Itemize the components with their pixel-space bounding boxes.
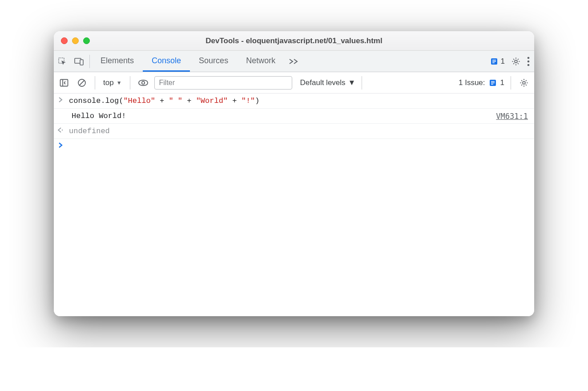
main-tabbar: Elements Console Sources Network 1	[54, 51, 534, 72]
svg-point-6	[528, 60, 530, 62]
prompt-chevron-icon	[54, 139, 67, 148]
execution-context-select[interactable]: top ▼	[101, 78, 124, 87]
issues-count: 1	[500, 78, 504, 87]
console-input-row: console.log("Hello" + " " + "World" + "!…	[54, 94, 534, 109]
issue-icon	[490, 57, 498, 65]
divider	[130, 76, 130, 90]
divider	[95, 76, 95, 90]
svg-rect-2	[80, 60, 83, 65]
filter-input[interactable]	[154, 76, 292, 90]
console-toolbar: top ▼ Default levels ▼ 1 Issue: 1	[54, 72, 534, 94]
titlebar[interactable]: DevTools - eloquentjavascript.net/01_val…	[54, 31, 534, 51]
devtools-window: DevTools - eloquentjavascript.net/01_val…	[54, 31, 534, 316]
svg-point-7	[528, 64, 530, 66]
clear-console-icon[interactable]	[75, 76, 89, 90]
console-output-area[interactable]: console.log("Hello" + " " + "World" + "!…	[54, 94, 534, 316]
log-levels-select[interactable]: Default levels ▼	[297, 78, 356, 87]
toggle-sidebar-icon[interactable]	[57, 76, 71, 90]
console-log-row: Hello World! VM631:1	[54, 109, 534, 124]
minimize-window-button[interactable]	[72, 37, 79, 44]
issues-label: 1 Issue:	[459, 78, 485, 87]
svg-point-4	[515, 60, 517, 63]
console-return-value[interactable]: undefined	[67, 124, 534, 138]
more-options-icon[interactable]	[527, 57, 530, 66]
console-prompt-row[interactable]	[54, 139, 534, 154]
tab-sources[interactable]: Sources	[190, 51, 237, 72]
divider	[511, 76, 511, 90]
console-return-row: undefined	[54, 124, 534, 139]
input-chevron-icon	[54, 94, 67, 103]
issues-count: 1	[501, 57, 505, 66]
close-window-button[interactable]	[61, 37, 68, 44]
context-label: top	[103, 78, 114, 87]
svg-point-14	[523, 81, 525, 84]
divider	[89, 55, 90, 68]
console-prompt-input[interactable]	[67, 139, 534, 145]
maximize-window-button[interactable]	[83, 37, 90, 44]
tab-network[interactable]: Network	[237, 51, 284, 72]
issues-link[interactable]: 1 Issue: 1	[459, 78, 504, 87]
device-toolbar-icon[interactable]	[71, 57, 88, 66]
return-arrow-icon	[54, 124, 67, 133]
tab-console[interactable]: Console	[143, 51, 190, 72]
levels-label: Default levels	[300, 78, 346, 87]
window-title: DevTools - eloquentjavascript.net/01_val…	[54, 37, 534, 45]
svg-line-11	[80, 80, 85, 85]
more-tabs-button[interactable]	[284, 51, 303, 72]
console-log-source-link[interactable]: VM631:1	[496, 109, 534, 121]
console-log-message[interactable]: Hello World!	[54, 109, 496, 123]
console-settings-icon[interactable]	[517, 76, 531, 90]
settings-icon[interactable]	[511, 57, 521, 66]
console-input-code[interactable]: console.log("Hello" + " " + "World" + "!…	[67, 94, 534, 108]
chevron-down-icon: ▼	[348, 78, 356, 87]
tab-elements[interactable]: Elements	[92, 51, 143, 72]
issues-indicator[interactable]: 1	[490, 57, 505, 66]
chevron-down-icon: ▼	[117, 80, 122, 86]
inspect-element-icon[interactable]	[54, 57, 71, 66]
svg-point-15	[62, 130, 63, 130]
window-controls	[54, 37, 90, 44]
live-expression-icon[interactable]	[137, 76, 150, 90]
svg-point-5	[528, 57, 530, 59]
svg-point-12	[141, 81, 144, 84]
issue-icon	[489, 79, 497, 87]
divider	[362, 76, 362, 90]
